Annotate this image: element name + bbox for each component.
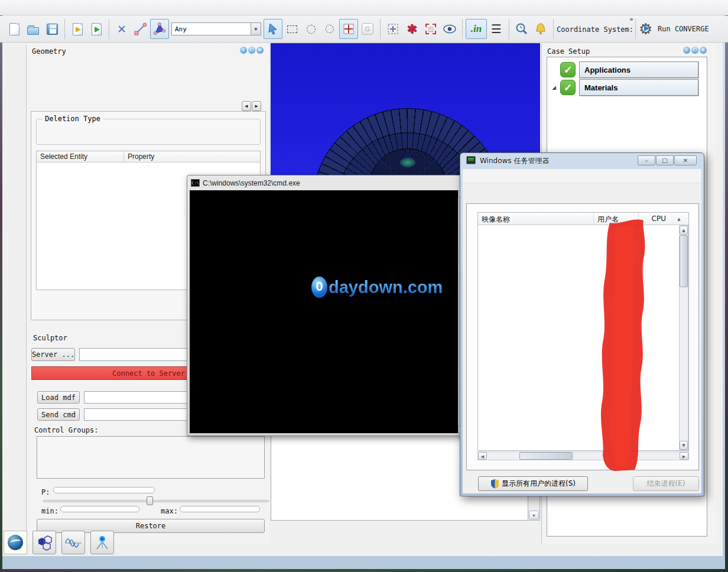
select-cursor-button[interactable] <box>264 19 282 39</box>
column-image-name[interactable]: 映像名称 <box>478 213 594 225</box>
import-button[interactable] <box>87 19 106 39</box>
max-bar <box>180 506 260 512</box>
triangle-pick-button[interactable] <box>150 19 169 39</box>
column-user-name[interactable]: 用户名 <box>594 213 639 225</box>
new-file-icon <box>9 23 20 35</box>
control-groups-list[interactable] <box>37 436 265 479</box>
column-selected-entity[interactable]: Selected Entity <box>37 151 124 162</box>
g-key-button[interactable]: G <box>358 19 377 39</box>
max-label: max: <box>161 507 178 515</box>
geometry-tab-bar <box>33 99 251 112</box>
star-tool-button[interactable]: ✱ <box>402 19 421 39</box>
p-slider-thumb[interactable] <box>147 496 153 505</box>
delete-entity-button[interactable]: ✕ <box>112 19 131 39</box>
run-converge-label: Run CONVERGE <box>658 25 709 33</box>
edge-tool-button[interactable] <box>131 19 150 39</box>
tm-process-pane: 映像名称 用户名 CPU ▲ ▲ ▼ ◀ ▶ <box>466 203 699 470</box>
column-property[interactable]: Property <box>124 151 260 162</box>
tm-scroll-down-icon[interactable]: ▼ <box>680 441 688 450</box>
tm-maximize-button[interactable]: □ <box>656 155 674 165</box>
region-box-button[interactable]: ◫ <box>421 19 440 39</box>
find-history-button[interactable] <box>512 19 531 39</box>
send-cmd-button[interactable]: Send cmd <box>37 408 80 421</box>
console-output[interactable] <box>190 190 458 433</box>
list-menu-button[interactable]: ☰ <box>487 19 506 39</box>
watermark-logo: 0 <box>311 277 327 298</box>
applications-button[interactable]: Applications <box>579 61 698 78</box>
dock-tab-materials[interactable] <box>32 531 56 554</box>
load-mdf-button[interactable]: Load mdf <box>37 391 80 404</box>
dot-in-files-button[interactable]: .in <box>466 19 487 39</box>
dock-tab-spray[interactable] <box>90 531 114 554</box>
lasso-select-button[interactable] <box>320 19 339 39</box>
p-slider-track[interactable] <box>43 500 269 502</box>
panel-help-icon[interactable]: ? <box>240 47 247 54</box>
new-file-button[interactable] <box>5 19 24 39</box>
visibility-button[interactable] <box>440 19 459 39</box>
main-toolbar: ✕ Any ▼ G <box>0 16 728 43</box>
server-button[interactable]: Server ... <box>31 348 75 361</box>
tm-minimize-button[interactable]: – <box>638 155 655 165</box>
transform-gizmo-button[interactable] <box>384 19 402 39</box>
save-file-button[interactable] <box>43 19 61 39</box>
materials-checkbox[interactable]: ✓ <box>560 80 576 95</box>
tab-scroll-right-icon[interactable]: ▶ <box>252 101 261 111</box>
panel-float-icon[interactable]: ❐ <box>248 47 255 54</box>
case-setup-title: Case Setup <box>547 47 590 56</box>
dock-tab-geometry[interactable] <box>4 531 27 554</box>
watermark-text: daydown.com <box>329 278 443 297</box>
panel-close-icon[interactable]: ✕ <box>256 47 264 54</box>
sculptor-label: Sculptor <box>33 334 67 342</box>
rect-select-button[interactable] <box>282 19 301 39</box>
dock-tab-signals[interactable] <box>61 531 85 554</box>
cursor-icon <box>266 22 280 35</box>
cleanup-button[interactable] <box>531 19 550 39</box>
column-cpu[interactable]: CPU <box>639 213 670 225</box>
cmd-window[interactable]: C:\ C:\windows\system32\cmd.exe ▲ ▼ <box>187 175 468 436</box>
cmd-title-bar[interactable]: C:\ C:\windows\system32\cmd.exe <box>187 176 467 190</box>
panel-float-icon[interactable]: ❐ <box>691 47 698 54</box>
case-setup-controls: ? ❐ ✕ <box>683 47 707 54</box>
tm-close-button[interactable]: ✕ <box>674 155 697 165</box>
tm-scroll-up-icon[interactable]: ▲ <box>680 226 688 235</box>
show-all-processes-button[interactable]: 显示所有用户的进程(S) <box>478 476 588 491</box>
show-all-processes-label: 显示所有用户的进程(S) <box>502 479 576 489</box>
deletion-type-group: Deletion Type <box>36 119 261 145</box>
tm-scroll-right-icon[interactable]: ▶ <box>680 452 688 460</box>
sort-ascending-icon: ▲ <box>670 213 688 225</box>
save-icon <box>47 24 58 35</box>
uac-shield-icon <box>490 479 499 489</box>
watermark: 0 daydown.com <box>311 277 443 298</box>
pick-filter-value: Any <box>172 25 251 33</box>
tm-scroll-left-icon[interactable]: ◀ <box>478 452 487 460</box>
circle-select-button[interactable] <box>301 19 320 39</box>
panel-close-icon[interactable]: ✕ <box>700 47 707 54</box>
menu-bar <box>0 0 728 15</box>
tab-scroll-buttons: ◀ ▶ <box>242 101 261 111</box>
end-process-button[interactable]: 结束进程(E) <box>633 476 699 491</box>
cmd-icon: C:\ <box>191 179 200 187</box>
materials-button[interactable]: Materials <box>579 79 698 96</box>
task-manager-window[interactable]: Windows 任务管理器 – □ ✕ 映像名称 用户名 CPU ▲ ▲ ▼ <box>460 152 704 496</box>
cmd-window-title: C:\windows\system32\cmd.exe <box>203 179 300 187</box>
materials-expand-icon[interactable]: ◢ <box>552 84 556 90</box>
log-scroll-down-icon[interactable]: ▼ <box>529 511 539 519</box>
panel-help-icon[interactable]: ? <box>683 47 690 54</box>
process-table-header: 映像名称 用户名 CPU ▲ <box>478 213 688 225</box>
tm-status-bar <box>463 495 701 510</box>
tm-client-area: 映像名称 用户名 CPU ▲ ▲ ▼ ◀ ▶ <box>463 169 701 493</box>
tm-horizontal-scrollbar[interactable]: ◀ ▶ <box>477 451 689 460</box>
min-bar <box>60 506 139 512</box>
pick-filter-dropdown[interactable]: Any ▼ <box>171 22 261 35</box>
cross-icon: ✕ <box>117 22 126 35</box>
grid-view-button[interactable] <box>339 19 358 39</box>
tab-scroll-left-icon[interactable]: ◀ <box>242 101 251 111</box>
applications-checkbox[interactable]: ✓ <box>560 62 576 77</box>
tm-scroll-thumb[interactable] <box>680 235 688 287</box>
export-button[interactable] <box>68 19 87 39</box>
open-file-button[interactable] <box>24 19 43 39</box>
tm-hscroll-thumb[interactable] <box>519 452 573 460</box>
toolbar-overflow-chevron[interactable]: » <box>629 15 633 23</box>
run-converge-button[interactable]: ⚙ Run CONVERGE <box>639 21 709 37</box>
tm-vertical-scrollbar[interactable]: ▲ ▼ <box>679 225 688 450</box>
